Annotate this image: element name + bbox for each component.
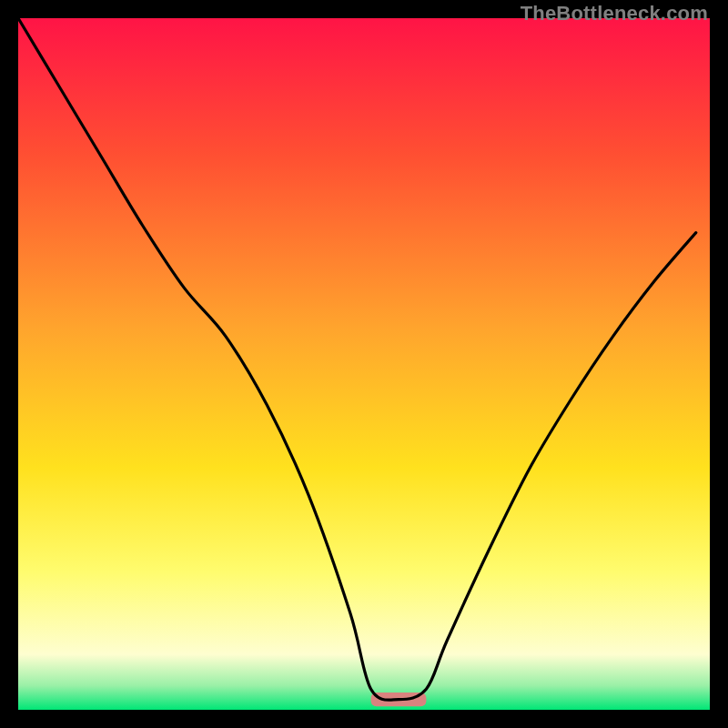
- watermark-text: TheBottleneck.com: [521, 2, 708, 25]
- gradient-background: [18, 18, 710, 710]
- chart-frame: [18, 18, 710, 710]
- bottleneck-chart: [18, 18, 710, 710]
